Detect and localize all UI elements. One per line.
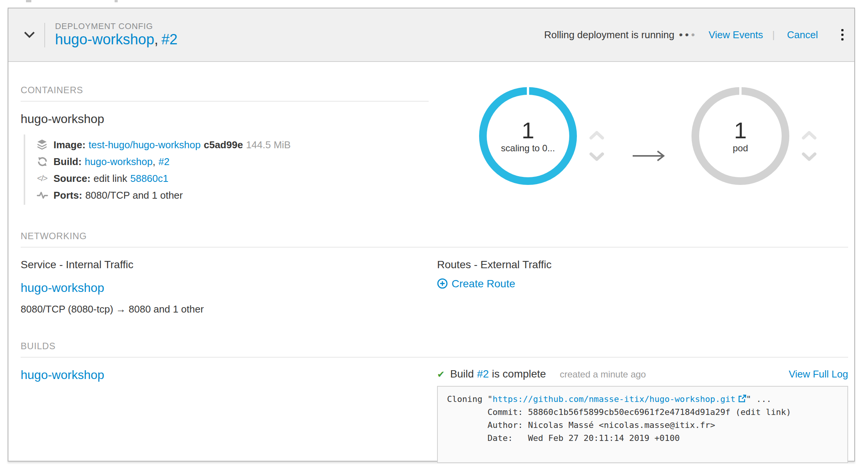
check-icon: ✔: [437, 369, 445, 380]
build-status-number-link[interactable]: #2: [477, 368, 489, 380]
target-pod-label: pod: [733, 143, 748, 154]
chevron-up-icon: [589, 131, 604, 140]
image-link[interactable]: test-hugo/hugo-workshop: [89, 139, 201, 150]
current-replica-label: scaling to 0...: [501, 143, 555, 154]
build-log-snippet: Cloning "https://github.com/nmasse-itix/…: [437, 386, 848, 463]
scale-up-button[interactable]: [588, 129, 606, 141]
donut-notch: [739, 87, 742, 96]
log-author-line: Author: Nicolas Massé <nicolas.masse@iti…: [447, 420, 715, 430]
container-build-row: Build: hugo-workshop, #2: [35, 153, 429, 170]
donut-notch: [527, 87, 529, 96]
build-label: Build:: [53, 156, 82, 167]
current-replica-count: 1: [521, 118, 534, 143]
source-commit-link[interactable]: 58860c1: [130, 172, 168, 184]
containers-section-label: CONTAINERS: [21, 85, 429, 96]
image-tag: c5ad99e: [204, 139, 243, 150]
panel-body: CONTAINERS hugo-workshop Image: test-hug…: [8, 62, 854, 463]
container-ports-row: Ports: 8080/TCP and 1 other: [35, 186, 429, 203]
title-block: DEPLOYMENT CONFIG hugo-workshop,#2: [55, 21, 178, 49]
container-image-row: Image: test-hugo/hugo-workshop c5ad99e 1…: [35, 136, 429, 153]
routes-heading: Routes - External Traffic: [437, 258, 848, 271]
layers-icon: [35, 139, 49, 150]
build-name-link[interactable]: hugo-workshop: [21, 368, 437, 382]
container-source-row: </> Source: edit link 58860c1: [35, 170, 429, 186]
container-details: Image: test-hugo/hugo-workshop c5ad99e 1…: [24, 134, 429, 205]
kebab-menu-icon[interactable]: [838, 26, 847, 43]
pulse-icon: [35, 191, 49, 199]
image-size: 144.5 MiB: [246, 139, 291, 150]
chevron-up-icon: [802, 131, 817, 140]
networking-section: NETWORKING Service - Internal Traffic hu…: [21, 231, 848, 315]
deployment-panel: DEPLOYMENT CONFIG hugo-workshop,#2 Rolli…: [8, 8, 855, 462]
view-full-log-link[interactable]: View Full Log: [789, 368, 848, 380]
deployment-status-text: Rolling deployment is running: [544, 29, 674, 40]
service-heading: Service - Internal Traffic: [21, 258, 437, 271]
code-icon: </>: [35, 173, 49, 183]
source-text: edit link: [94, 172, 127, 184]
replica-stepper: [588, 129, 606, 163]
scale-down-button[interactable]: [800, 151, 818, 163]
create-route-label: Create Route: [452, 277, 515, 290]
source-label: Source:: [53, 172, 91, 184]
view-events-link[interactable]: View Events: [709, 29, 763, 40]
builds-section-label: BUILDS: [21, 341, 848, 352]
build-created-timestamp: created a minute ago: [560, 369, 646, 380]
build-separator: ,: [152, 156, 155, 167]
external-link-icon: [738, 394, 746, 403]
target-pod-count: 1: [734, 118, 747, 143]
cancel-deployment-link[interactable]: Cancel: [787, 29, 818, 40]
service-ports-text: 8080/TCP (8080-tcp) → 8080 and 1 other: [21, 303, 437, 315]
scale-up-button[interactable]: [800, 129, 818, 141]
ports-label: Ports:: [53, 189, 82, 201]
log-commit-line: Commit: 58860c1b56f5899cb50ec6961f2e4718…: [447, 407, 791, 417]
service-name-link[interactable]: hugo-workshop: [21, 281, 437, 295]
build-status-complete: is complete: [492, 368, 546, 380]
container-name: hugo-workshop: [21, 112, 429, 126]
chevron-down-icon: [802, 152, 817, 161]
collapse-toggle[interactable]: [21, 26, 37, 43]
routes-column: Routes - External Traffic Create Route: [437, 248, 848, 315]
ports-text: 8080/TCP and 1 other: [85, 189, 183, 201]
header-actions: Rolling deployment is running ••• View E…: [544, 26, 847, 43]
builds-section: BUILDS hugo-workshop ✔ Build #2 is compl…: [21, 341, 848, 463]
refresh-icon: [35, 156, 49, 166]
section-divider: [21, 101, 429, 102]
image-label: Image:: [53, 139, 86, 150]
networking-section-label: NETWORKING: [21, 231, 848, 241]
deployment-version-link[interactable]: #2: [161, 32, 177, 48]
deployment-name-link[interactable]: hugo-workshop: [55, 32, 154, 48]
build-link[interactable]: hugo-workshop: [85, 156, 153, 167]
service-column: Service - Internal Traffic hugo-workshop…: [21, 248, 437, 315]
log-line-suffix: " ...: [746, 394, 771, 404]
links-separator: |: [772, 29, 775, 40]
build-status-word: Build: [450, 368, 474, 380]
page-title: hugo-workshop,#2: [55, 32, 178, 49]
target-pods-donut[interactable]: 1 pod: [691, 87, 789, 185]
log-line-prefix: Cloning ": [447, 394, 492, 404]
current-replicas-donut: 1 scaling to 0...: [479, 87, 577, 185]
build-name-column: hugo-workshop: [21, 358, 437, 463]
log-date-line: Date: Wed Feb 27 20:11:14 2019 +0100: [447, 433, 680, 443]
screen-artifact: [115, 0, 118, 2]
scale-down-button[interactable]: [588, 151, 606, 163]
panel-header: DEPLOYMENT CONFIG hugo-workshop,#2 Rolli…: [8, 8, 854, 62]
header-divider: [44, 23, 45, 47]
deployment-flow-arrow-icon: [632, 150, 666, 162]
containers-section: CONTAINERS hugo-workshop Image: test-hug…: [21, 85, 429, 205]
replica-stepper: [800, 129, 818, 163]
create-route-link[interactable]: Create Route: [437, 277, 848, 290]
page: DEPLOYMENT CONFIG hugo-workshop,#2 Rolli…: [0, 0, 868, 473]
resource-kind-label: DEPLOYMENT CONFIG: [55, 21, 178, 31]
chevron-down-icon: [23, 31, 35, 38]
plus-circle-icon: [437, 278, 448, 289]
screen-artifact: [26, 0, 31, 2]
scaling-section: 1 scaling to 0...: [429, 85, 848, 205]
build-number-link[interactable]: #2: [159, 156, 170, 167]
build-status-column: ✔ Build #2 is complete created a minute …: [437, 358, 848, 463]
title-separator: ,: [154, 32, 159, 48]
loading-dots-icon: •••: [677, 30, 695, 40]
chevron-down-icon: [589, 152, 604, 161]
log-repo-url-link[interactable]: https://github.com/nmasse-itix/hugo-work…: [492, 394, 735, 404]
build-status-row: ✔ Build #2 is complete created a minute …: [437, 368, 848, 380]
